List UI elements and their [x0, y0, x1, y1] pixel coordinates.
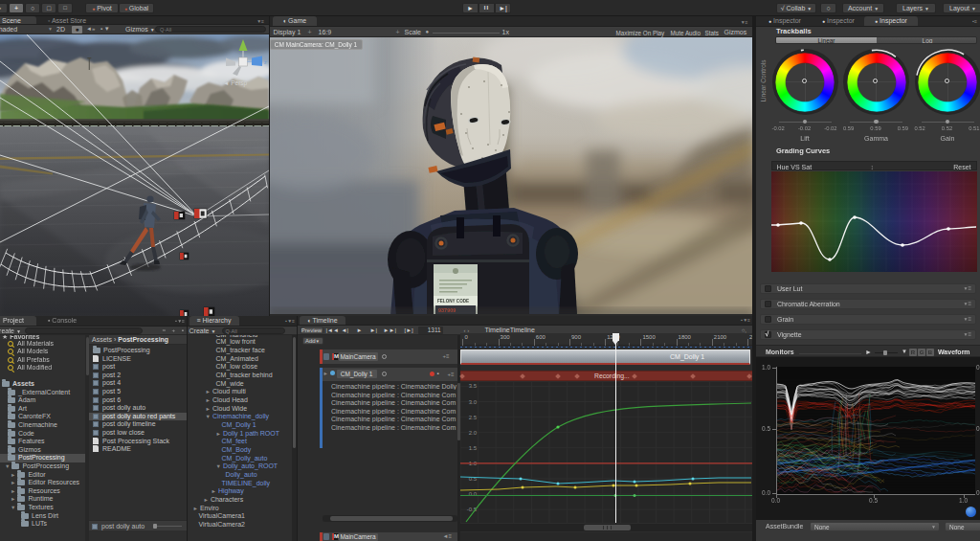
svg-text:3.5: 3.5 [469, 383, 478, 389]
svg-text:3.0: 3.0 [469, 399, 478, 405]
svg-text:1.5: 1.5 [469, 445, 478, 451]
svg-text:2.0: 2.0 [469, 430, 478, 436]
svg-text:◄ Persp: ◄ Persp [223, 79, 248, 87]
svg-text:2.5: 2.5 [469, 415, 478, 420]
svg-text:FELONY CODE: FELONY CODE [437, 299, 469, 304]
svg-text:0.0: 0.0 [469, 491, 478, 497]
